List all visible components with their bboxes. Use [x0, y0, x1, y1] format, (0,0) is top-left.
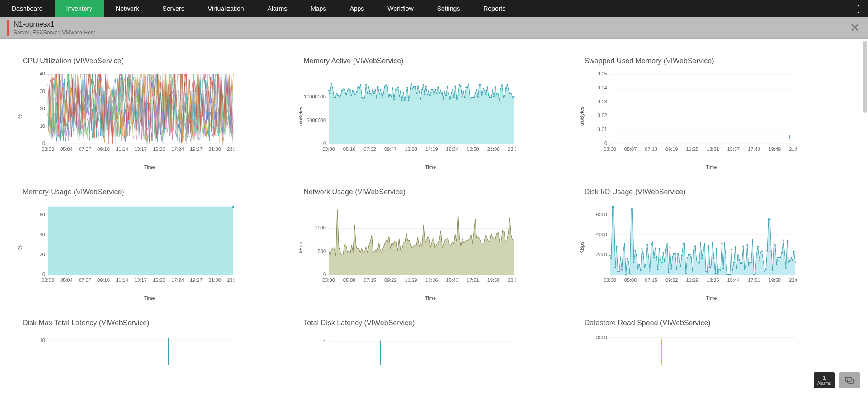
nav-settings[interactable]: Settings: [425, 0, 472, 17]
svg-point-361: [752, 239, 753, 241]
chart-plot[interactable]: kBps0500100003:0005:0807:1509:2211:2913:…: [303, 202, 557, 293]
svg-point-330: [710, 264, 712, 265]
svg-point-163: [496, 94, 497, 95]
svg-point-307: [679, 266, 681, 267]
svg-point-72: [375, 89, 376, 90]
svg-text:0: 0: [604, 140, 607, 146]
svg-point-109: [424, 94, 425, 95]
svg-point-261: [618, 271, 620, 272]
nav-inventory[interactable]: Inventory: [55, 0, 104, 17]
accent-bar: [7, 20, 9, 36]
svg-point-268: [627, 261, 629, 262]
chart-plot[interactable]: kiloBytes050000001000000003:0005:1607:32…: [303, 71, 557, 162]
svg-point-146: [473, 97, 475, 98]
svg-point-63: [363, 98, 364, 99]
nav-dashboard[interactable]: Dashboard: [0, 0, 55, 17]
nav-network[interactable]: Network: [104, 0, 151, 17]
nav-virtualization[interactable]: Virtualization: [196, 0, 256, 17]
nav-reports[interactable]: Reports: [472, 0, 517, 17]
svg-point-255: [610, 258, 612, 259]
nav-maps[interactable]: Maps: [299, 0, 338, 17]
x-axis-label: Time: [585, 164, 838, 170]
svg-text:40: 40: [40, 232, 45, 237]
svg-point-382: [780, 257, 781, 258]
chart-plot[interactable]: 3000: [585, 333, 838, 374]
svg-text:09:19: 09:19: [665, 146, 678, 152]
svg-point-298: [668, 272, 669, 273]
svg-point-324: [703, 249, 704, 251]
svg-point-70: [372, 88, 373, 89]
nav-workflow[interactable]: Workflow: [376, 0, 425, 17]
svg-text:17:51: 17:51: [467, 277, 479, 283]
svg-point-390: [790, 257, 792, 258]
svg-point-284: [649, 270, 651, 271]
scrollbar-thumb[interactable]: [863, 41, 867, 113]
svg-text:05:04: 05:04: [60, 146, 73, 152]
svg-point-76: [380, 89, 382, 90]
svg-point-56: [354, 92, 355, 93]
chart-plot[interactable]: %01020304003:0005:0407:0709:1011:1413:17…: [23, 71, 276, 162]
charts-scroll-area[interactable]: CPU Utilization (VIWebService)%010203040…: [0, 39, 861, 393]
svg-point-294: [662, 252, 664, 253]
svg-point-318: [694, 245, 696, 247]
svg-point-135: [459, 84, 460, 86]
nav-alarms[interactable]: Alarms: [256, 0, 299, 17]
svg-point-151: [480, 84, 481, 86]
svg-point-88: [396, 88, 397, 89]
svg-point-278: [641, 248, 642, 249]
svg-point-393: [794, 262, 796, 263]
svg-point-100: [412, 88, 414, 89]
svg-point-387: [786, 240, 788, 241]
close-icon[interactable]: ✕: [850, 21, 860, 35]
svg-point-300: [670, 268, 672, 269]
svg-text:3000: 3000: [596, 335, 607, 340]
svg-point-169: [504, 95, 505, 97]
svg-text:03:00: 03:00: [604, 146, 616, 152]
svg-point-304: [676, 268, 677, 270]
x-axis-label: Time: [585, 295, 838, 301]
svg-point-262: [620, 257, 621, 258]
chat-widget-icon[interactable]: [839, 372, 860, 388]
svg-point-159: [491, 97, 492, 98]
svg-point-350: [737, 254, 738, 256]
chart-title: Disk Max Total Latency (VIWebService): [23, 319, 276, 327]
svg-point-293: [661, 262, 662, 263]
svg-point-369: [762, 261, 764, 262]
chart-plot[interactable]: kiloBytes00.010.020.030.040.0503:0005:07…: [585, 71, 838, 162]
svg-point-132: [455, 86, 456, 87]
svg-point-378: [774, 244, 776, 246]
svg-point-254: [609, 255, 610, 256]
svg-point-297: [666, 243, 668, 244]
svg-text:13:17: 13:17: [134, 277, 147, 283]
svg-point-152: [481, 94, 483, 96]
svg-point-287: [653, 257, 654, 258]
svg-point-90: [399, 95, 400, 97]
svg-point-379: [776, 264, 777, 265]
svg-point-347: [733, 262, 734, 263]
nav-servers[interactable]: Servers: [151, 0, 196, 17]
svg-point-305: [677, 253, 678, 254]
top-nav: DashboardInventoryNetworkServersVirtuali…: [0, 0, 868, 17]
alarms-widget[interactable]: 1 Alarms: [814, 372, 835, 388]
svg-point-71: [373, 93, 375, 94]
chart-plot[interactable]: %020406003:0005:0407:0709:1011:1413:1715…: [23, 202, 276, 293]
chart-title: Disk I/O Usage (VIWebService): [585, 188, 838, 196]
svg-text:07:32: 07:32: [364, 146, 377, 152]
svg-point-157: [488, 94, 490, 96]
chart-plot[interactable]: 4: [303, 333, 557, 374]
svg-text:05:08: 05:08: [624, 277, 637, 283]
svg-point-302: [673, 253, 675, 254]
svg-point-164: [497, 93, 499, 94]
chart-plot[interactable]: KBps20004000600003:0005:0807:1509:2211:2…: [585, 202, 838, 293]
svg-text:4: 4: [323, 338, 326, 344]
svg-point-81: [387, 86, 388, 88]
chart-plot[interactable]: 10: [23, 333, 276, 374]
breadcrumb-item[interactable]: ESXServer: [29, 29, 59, 36]
svg-point-39: [331, 83, 332, 84]
breadcrumb-item[interactable]: VMware-Host: [59, 29, 95, 36]
nav-apps[interactable]: Apps: [338, 0, 376, 17]
svg-point-388: [788, 262, 789, 263]
breadcrumb-item[interactable]: Server: [14, 29, 29, 36]
kebab-menu-icon[interactable]: ⋮: [854, 0, 863, 17]
svg-text:09:22: 09:22: [665, 277, 678, 283]
